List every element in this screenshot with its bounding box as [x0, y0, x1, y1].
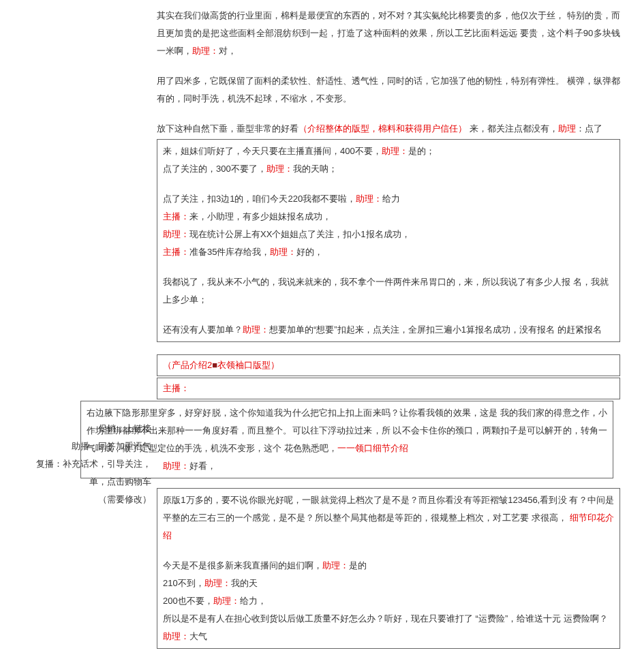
line: 点了关注的，300不要了，助理：我的天呐； — [163, 160, 614, 178]
assistant-label: 助理： — [243, 324, 269, 335]
intro-paragraph-2: 用了四米多，它既保留了面料的柔软性、舒适性、透气性，同时的话，它加强了他的韧性，… — [157, 72, 620, 108]
assistant-label: 助理： — [266, 164, 293, 174]
intro-paragraph-3: 放下这种自然下垂，垂型非常的好看（介绍整体的版型，棉料和获得用户信任） 来，都关… — [157, 120, 620, 138]
assistant-label: 助理： — [356, 194, 382, 204]
assistant-label: 助理： — [163, 229, 189, 239]
note-line: （需要修改） — [0, 491, 151, 508]
line: 200也不要，助理：给力， — [163, 592, 614, 610]
assistant-label: 助理： — [163, 461, 189, 471]
note-text: （介绍整体的版型，棉料和获得用户信任） — [299, 123, 467, 134]
section-title: （产品介绍2■衣领袖口版型） — [163, 360, 279, 370]
text: 来，都关注点都没有， — [467, 123, 558, 134]
line: 来，姐妹们听好了，今天只要在主播直播间，400不要，助理：是的； — [163, 142, 614, 160]
note-text: 一一领口细节介绍 — [337, 443, 408, 453]
text: 用了四米多，它既保留了面料的柔软性、舒适性、透气性，同时的话，它加强了他的韧性，… — [157, 76, 620, 104]
description-box: 右边腋下隐形那里穿多，好穿好脱，这个你知道我为什么把它扣上扣上面来吗？让你看我领… — [80, 401, 613, 478]
host-label: 主播： — [163, 211, 189, 222]
line: 我都说了，我从来不小气的，我说来就来的，我不拿个一件两件来吊胃口的，来，所以我说… — [163, 273, 614, 309]
section-title-box: （产品介绍2■衣领袖口版型） — [157, 354, 620, 376]
assistant-label: 助理： — [163, 631, 189, 641]
assistant-label: 助理： — [213, 596, 240, 606]
line: 助理：好看， — [87, 457, 607, 475]
text: ：点了 — [576, 123, 602, 134]
assistant-label: 助理： — [192, 46, 219, 56]
line: 点了关注，扣3边1的，咱们今天220我都不要啦，助理：给力 — [163, 190, 614, 208]
host-label: 主播： — [163, 247, 189, 257]
line: 今天是不是很多新来我直播间的姐们啊，助理：是的 — [163, 557, 614, 575]
line: 210不到，助理：我的天 — [163, 575, 614, 592]
line: 主播：准备35件库存给我，助理：好的， — [163, 243, 614, 261]
assistant-label: 助理： — [204, 578, 231, 588]
dialogue-box-1: 来，姐妹们听好了，今天只要在主播直播间，400不要，助理：是的； 点了关注的，3… — [157, 139, 620, 342]
host-label: 主播： — [163, 383, 189, 393]
line: 主播：来，小助理，有多少姐妹报名成功， — [163, 208, 614, 226]
text: 对， — [219, 46, 236, 56]
host-label-box: 主播： — [157, 378, 620, 399]
assistant-label: 助理： — [382, 146, 408, 156]
assistant-label: 助理 — [558, 123, 576, 134]
text: 放下这种自然下垂，垂型非常的好看 — [157, 123, 299, 134]
line: 还有没有人要加单？助理：想要加单的“想要”扣起来，点关注，全屏扣三遍小1算报名成… — [163, 321, 614, 339]
assistant-label: 助理： — [322, 560, 349, 570]
intro-paragraph-1: 其实在我们做高货的行业里面，棉料是最便宜的东西的，对不对？其实氨纶比棉要贵的多，… — [157, 7, 620, 60]
line: 助理：现在统计公屏上有XX个姐姐点了关注，扣小1报名成功， — [163, 226, 614, 243]
line: 所以是不是有人在担心收到货以后做工质量不好怎么办？听好，现在只要谁打了 “运费险… — [163, 610, 614, 628]
line: 助理：大气 — [163, 628, 614, 645]
assistant-label: 助理： — [270, 247, 296, 257]
line: 右边腋下隐形那里穿多，好穿好脱，这个你知道我为什么把它扣上扣上面来吗？让你看我领… — [87, 404, 607, 457]
dialogue-box-2: 原版1万多的，要不说你眼光好呢，一眼就觉得上档次了是不是？而且你看没有等距褶皱1… — [157, 488, 620, 649]
line: 原版1万多的，要不说你眼光好呢，一眼就觉得上档次了是不是？而且你看没有等距褶皱1… — [163, 491, 614, 545]
